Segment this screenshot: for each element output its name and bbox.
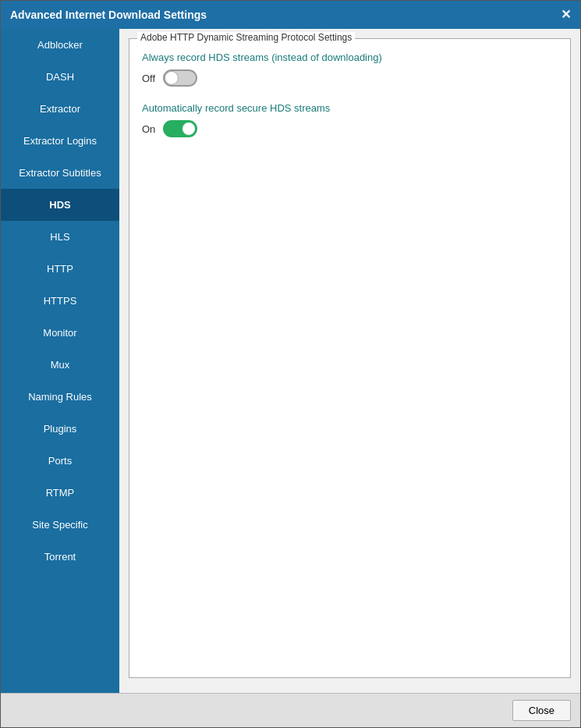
sidebar-item-hls[interactable]: HLS — [1, 221, 119, 253]
toggle-auto-record[interactable] — [163, 120, 197, 137]
window-close-button[interactable]: ✕ — [561, 9, 571, 21]
sidebar: AdblockerDASHExtractorExtractor LoginsEx… — [1, 29, 119, 693]
sidebar-item-extractor-logins[interactable]: Extractor Logins — [1, 125, 119, 157]
sidebar-item-http[interactable]: HTTP — [1, 253, 119, 285]
sidebar-item-naming-rules[interactable]: Naming Rules — [1, 381, 119, 413]
title-bar: Advanced Internet Download Settings ✕ — [1, 1, 580, 29]
toggle-row-always-record: Off — [142, 69, 558, 87]
sidebar-item-torrent[interactable]: Torrent — [1, 541, 119, 573]
sidebar-item-site-specific[interactable]: Site Specific — [1, 509, 119, 541]
sidebar-item-ports[interactable]: Ports — [1, 445, 119, 477]
sidebar-item-https[interactable]: HTTPS — [1, 285, 119, 317]
toggle-label-on-auto: On — [142, 123, 155, 135]
section-box: Adobe HTTP Dynamic Streaming Protocol Se… — [129, 38, 571, 678]
sidebar-item-mux[interactable]: Mux — [1, 349, 119, 381]
sidebar-item-hds[interactable]: HDS — [1, 189, 119, 221]
toggle-label-off-always: Off — [142, 73, 155, 84]
section-legend: Adobe HTTP Dynamic Streaming Protocol Se… — [137, 32, 355, 43]
main-content: AdblockerDASHExtractorExtractor LoginsEx… — [1, 29, 580, 693]
setting-label-always-record: Always record HDS streams (instead of do… — [142, 51, 558, 63]
sidebar-item-plugins[interactable]: Plugins — [1, 413, 119, 445]
sidebar-item-monitor[interactable]: Monitor — [1, 317, 119, 349]
toggle-thumb — [165, 71, 179, 85]
setting-label-auto-record: Automatically record secure HDS streams — [142, 102, 558, 114]
sidebar-item-rtmp[interactable]: RTMP — [1, 477, 119, 509]
toggle-row-auto-record: On — [142, 120, 558, 137]
toggle-track — [163, 69, 197, 87]
sidebar-item-extractor-subtitles[interactable]: Extractor Subtitles — [1, 157, 119, 189]
content-area: Adobe HTTP Dynamic Streaming Protocol Se… — [119, 29, 580, 693]
sidebar-item-dash[interactable]: DASH — [1, 61, 119, 93]
toggle-always-record[interactable] — [163, 69, 197, 87]
settings-panel: Adobe HTTP Dynamic Streaming Protocol Se… — [119, 29, 580, 693]
main-window: Advanced Internet Download Settings ✕ Ad… — [0, 0, 581, 728]
window-title: Advanced Internet Download Settings — [10, 9, 207, 21]
setting-row-auto-record: Automatically record secure HDS streams … — [142, 102, 558, 137]
sidebar-item-adblocker[interactable]: Adblocker — [1, 29, 119, 61]
close-button[interactable]: Close — [512, 700, 571, 721]
setting-row-always-record: Always record HDS streams (instead of do… — [142, 51, 558, 87]
toggle-track-2 — [163, 120, 197, 137]
toggle-thumb-2 — [182, 122, 196, 136]
footer: Close — [1, 693, 580, 727]
sidebar-item-extractor[interactable]: Extractor — [1, 93, 119, 125]
